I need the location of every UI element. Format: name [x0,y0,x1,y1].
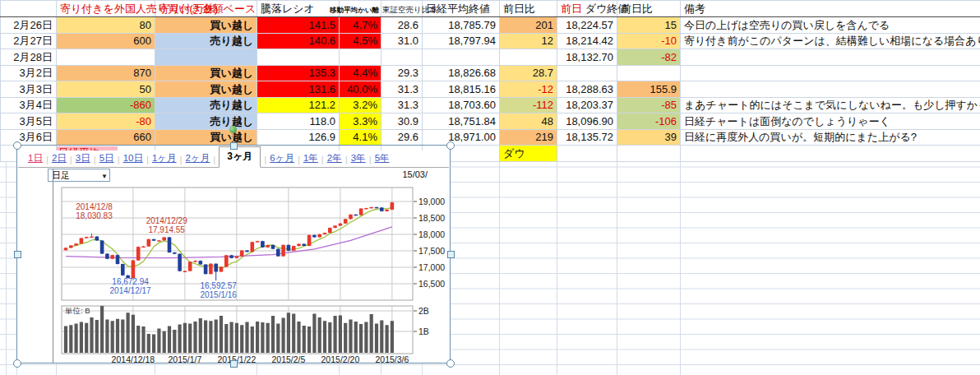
cell-foreign[interactable]: -860 [57,97,155,113]
tab-6ヶ月[interactable]: 6ヶ月 [270,152,294,164]
cell-close[interactable]: 18,826.68 [423,65,500,81]
cell-ratio[interactable]: 140.6 [257,33,340,49]
cell-kairi[interactable]: 4.5% [340,33,381,49]
tab-3ヶ月[interactable]: 3ヶ月 [219,146,261,168]
tab-1日[interactable]: 1日 [28,152,43,164]
cell-remark[interactable]: 寄り付き前がこのパターンは、結構難しい相場になる場合あり [681,33,980,49]
selection-handle-right-middle[interactable] [447,251,455,258]
cell-remark[interactable] [681,81,980,98]
cell-foreign[interactable]: 600 [57,33,155,49]
cell-dowdiff[interactable]: -10 [617,33,681,49]
cell-ratio[interactable] [257,49,340,66]
cell-close[interactable]: 18,785.79 [423,17,500,34]
cell-label-empty[interactable] [617,146,681,162]
header-kairi[interactable]: 移動平均かい離 [340,1,381,17]
cell-dowdiff[interactable]: 155.9 [617,81,681,98]
cell-close[interactable]: 18,703.60 [423,97,500,113]
cell-ratio[interactable]: 141.5 [257,17,340,34]
header-base[interactable]: 寄り付き金額ベース [155,1,257,17]
cell-short[interactable] [381,49,423,66]
selection-handle-top-right[interactable] [446,141,455,150]
selection-handle-bottom-right[interactable] [446,359,455,368]
cell-date[interactable]: 2月27日 [1,33,57,49]
cell-dowdiff[interactable]: -85 [617,97,681,113]
cell-dow[interactable]: 18,096.90 [557,113,617,130]
cell-kairi[interactable]: 3.2% [340,97,381,113]
header-foreign[interactable]: 寄り付きを外国人売り買い(万株) [57,1,155,17]
cell-diff[interactable]: 28.7 [500,65,557,81]
cell-ratio[interactable]: 126.9 [257,129,340,146]
cell-date[interactable]: 3月5日 [1,113,57,130]
cell-base[interactable]: 買い越し [155,81,257,98]
tab-10日[interactable]: 10日 [123,152,143,164]
header-ratio[interactable]: 騰落レシオ [257,1,340,17]
cell-dow[interactable]: 18,288.63 [557,81,617,98]
cell-dow[interactable]: 18,132.70 [557,49,617,66]
cell-dowdiff[interactable] [617,65,681,81]
cell-base[interactable]: 売り越し [155,97,257,113]
cell-remark[interactable] [681,65,980,81]
cell-kairi[interactable]: 3.3% [340,113,381,130]
cell-diff[interactable]: 201 [500,17,557,34]
cell-remark[interactable]: まあチャート的にはそこまで気にしないねー。も少し押すかもね [681,97,980,113]
cell-kairi[interactable]: 4.1% [340,129,381,146]
cell-ratio[interactable]: 135.3 [257,65,340,81]
cell-dow[interactable]: 18,203.37 [557,97,617,113]
cell-foreign[interactable]: 50 [57,81,155,98]
selection-handle-top-left[interactable] [13,141,21,150]
cell-dow-label[interactable]: ダウ [500,146,557,162]
cell-dowdiff[interactable]: 39 [617,129,681,146]
cell-dow[interactable]: 18,135.72 [557,129,617,146]
cell-close[interactable] [423,49,500,66]
cell-dowdiff[interactable]: -106 [617,113,681,130]
cell-label-empty[interactable] [681,146,980,162]
tab-2ヶ月[interactable]: 2ヶ月 [186,152,210,164]
tab-1ヶ月[interactable]: 1ヶ月 [152,152,177,164]
cell-kairi[interactable]: 4.7% [340,17,381,34]
cell-date[interactable]: 3月3日 [1,81,57,98]
cell-short[interactable]: 29.6 [381,129,423,146]
tab-5年[interactable]: 5年 [375,152,390,164]
header-dow-diff[interactable]: 前日比 [617,1,681,17]
cell-dowdiff[interactable]: 15 [617,17,681,34]
cell-short[interactable]: 31.0 [381,33,423,49]
cell-date[interactable]: 2月28日 [1,49,57,66]
cell-base[interactable]: 売り越し [155,113,257,130]
cell-diff[interactable]: -12 [500,81,557,98]
tab-3日[interactable]: 3日 [76,152,90,164]
tab-5日[interactable]: 5日 [99,152,114,164]
cell-date[interactable]: 3月6日 [1,129,57,146]
cell-diff[interactable]: 12 [500,33,557,49]
cell-close[interactable]: 18,971.00 [423,129,500,146]
cell-date[interactable]: 2月26日 [1,17,57,34]
header-remarks[interactable]: 備考 [681,1,980,17]
cell-short[interactable]: 31.3 [381,81,423,98]
cell-foreign[interactable]: 660 [57,129,155,146]
cell-dow[interactable]: 18,224.57 [557,17,617,34]
header-dow-close[interactable]: 前日 ダウ終値 [557,1,617,17]
header-short-ratio[interactable]: 東証空売り比率 [381,1,423,17]
cell-remark[interactable]: 日経に再度外人の買いが。短期的にまた上がる? [681,129,980,146]
cell-ratio[interactable]: 118.0 [257,113,340,130]
cell-dow[interactable]: 18,214.42 [557,33,617,49]
cell-foreign[interactable]: -80 [57,113,155,130]
tab-3年[interactable]: 3年 [351,152,366,164]
cell-short[interactable]: 30.9 [381,113,423,130]
selection-handle-bottom-middle[interactable] [230,360,238,368]
cell-base[interactable] [155,49,257,66]
chart-type-dropdown[interactable]: 日足▼ [48,169,110,182]
selection-handle-left-middle[interactable] [14,251,21,258]
cell-dow[interactable] [557,65,617,81]
cell-foreign[interactable]: 80 [57,17,155,34]
cell-foreign[interactable] [57,49,155,66]
header-date-blank[interactable] [1,1,57,17]
cell-close[interactable]: 18,815.16 [423,81,500,98]
cell-remark[interactable] [681,49,980,66]
rotation-handle[interactable] [229,126,237,133]
cell-ratio[interactable]: 121.2 [257,97,340,113]
cell-close[interactable]: 18,797.94 [423,33,500,49]
cell-diff[interactable]: -112 [500,97,557,113]
cell-kairi[interactable]: 4.4% [340,65,381,81]
cell-short[interactable]: 28.6 [381,17,423,34]
cell-date[interactable]: 3月4日 [1,97,57,113]
